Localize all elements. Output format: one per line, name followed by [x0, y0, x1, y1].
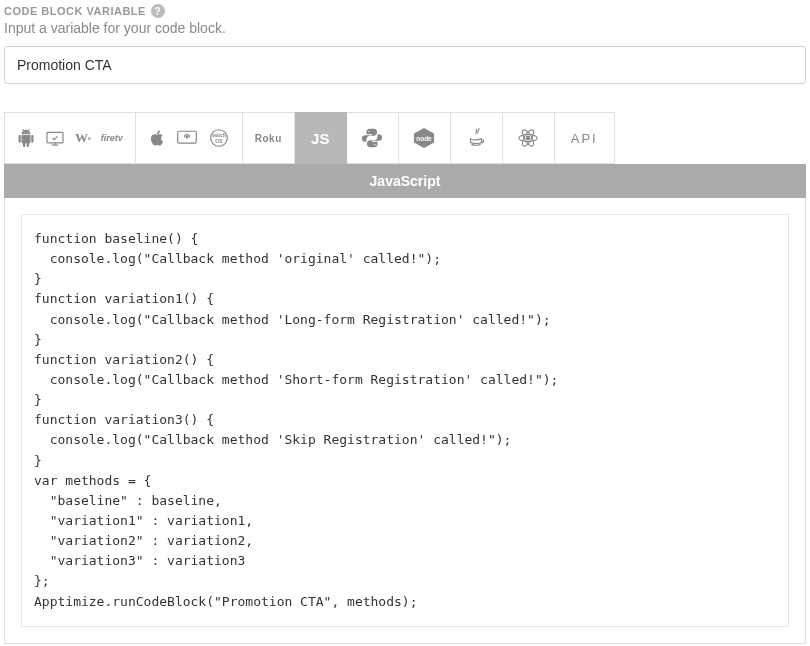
section-label: CODE BLOCK VARIABLE ?	[4, 4, 806, 18]
node-icon: node	[411, 127, 437, 149]
svg-point-2	[186, 136, 188, 138]
android-icon	[17, 128, 35, 148]
api-label: API	[571, 131, 598, 146]
react-icon	[516, 127, 540, 149]
androidtv-icon	[45, 130, 65, 146]
platform-tabs: Ws firetv watchOS Roku JS node	[4, 112, 806, 164]
help-icon[interactable]: ?	[151, 4, 165, 18]
apple-icon	[148, 128, 166, 148]
roku-icon: Roku	[255, 133, 282, 144]
tab-apple-group[interactable]: watchOS	[136, 112, 243, 164]
tab-react[interactable]	[503, 112, 555, 164]
language-header: JavaScript	[4, 164, 806, 198]
tab-api[interactable]: API	[555, 112, 615, 164]
tab-node[interactable]: node	[399, 112, 451, 164]
java-icon	[465, 126, 487, 150]
wear-icon: Ws	[75, 130, 91, 146]
tab-android-group[interactable]: Ws firetv	[4, 112, 136, 164]
python-icon	[361, 127, 383, 149]
svg-point-7	[526, 136, 530, 140]
section-label-text: CODE BLOCK VARIABLE	[4, 5, 146, 17]
watchos-icon: watchOS	[208, 127, 230, 149]
tab-roku[interactable]: Roku	[243, 112, 295, 164]
variable-input[interactable]	[4, 46, 806, 84]
code-container: function baseline() { console.log("Callb…	[4, 198, 806, 644]
appletv-icon	[176, 129, 198, 147]
code-inner: function baseline() { console.log("Callb…	[21, 214, 789, 627]
section-description: Input a variable for your code block.	[4, 20, 806, 36]
tab-javascript[interactable]: JS	[295, 112, 347, 164]
js-icon: JS	[311, 130, 329, 147]
svg-text:OS: OS	[215, 138, 223, 144]
tab-python[interactable]	[347, 112, 399, 164]
svg-text:node: node	[417, 135, 433, 142]
svg-rect-0	[47, 132, 63, 142]
code-block[interactable]: function baseline() { console.log("Callb…	[34, 229, 776, 612]
firetv-icon: firetv	[101, 133, 123, 143]
tab-java[interactable]	[451, 112, 503, 164]
